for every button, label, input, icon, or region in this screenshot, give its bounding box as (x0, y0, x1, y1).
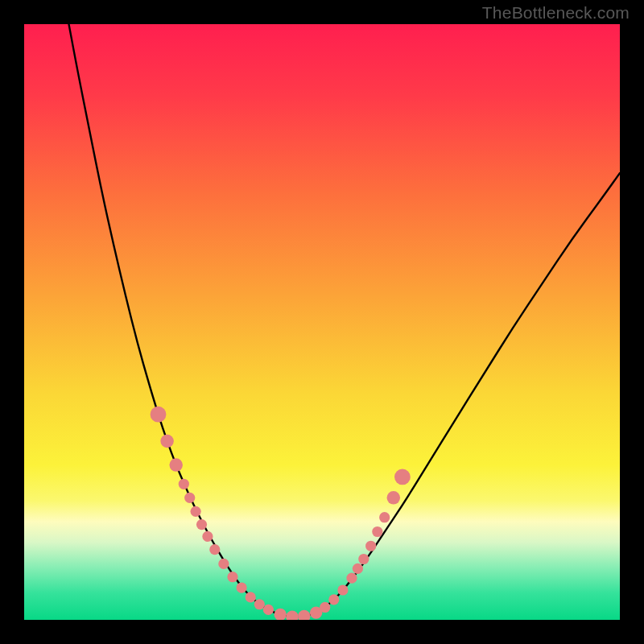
curve-marker (169, 458, 183, 472)
curve-marker (346, 573, 357, 584)
curve-marker (353, 564, 363, 574)
curve-marker (320, 602, 330, 613)
curve-marker (394, 469, 411, 485)
curve-marker (209, 544, 220, 555)
curve-marker (365, 541, 376, 551)
curve-marker (246, 592, 256, 602)
curve-marker (254, 599, 265, 609)
curve-marker (191, 506, 201, 517)
curve-marker (263, 605, 274, 615)
curve-marker (337, 584, 348, 595)
chart-svg (24, 24, 620, 620)
curve-marker (196, 519, 207, 530)
plot-area (24, 24, 620, 620)
curve-marker (202, 531, 213, 542)
gradient-fill (24, 24, 620, 620)
curve-marker (387, 491, 401, 505)
curve-marker (379, 512, 390, 522)
curve-marker (358, 554, 369, 564)
curve-marker (237, 582, 247, 592)
curve-marker (227, 572, 237, 582)
curve-marker (328, 594, 339, 605)
curve-marker (184, 493, 195, 503)
chart-frame: TheBottleneck.com (0, 0, 644, 644)
curve-marker (218, 559, 229, 569)
curve-marker (160, 435, 174, 448)
curve-marker (151, 407, 167, 423)
curve-marker (372, 526, 382, 537)
curve-marker (179, 479, 189, 489)
watermark-text: TheBottleneck.com (482, 3, 630, 23)
